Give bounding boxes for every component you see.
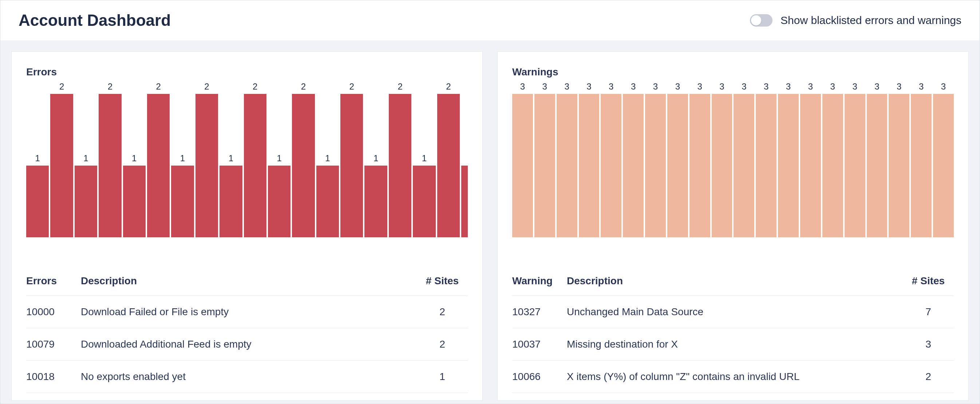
warnings-bar-fill <box>512 94 533 237</box>
warnings-bar[interactable]: 3 <box>667 81 688 237</box>
page-title: Account Dashboard <box>19 11 171 29</box>
errors-bar[interactable]: 2 <box>99 81 121 237</box>
errors-bar[interactable]: 1 <box>26 81 49 237</box>
page-header: Account Dashboard Show blacklisted error… <box>0 0 980 40</box>
errors-row-desc: Downloaded Additional Feed is empty <box>81 339 417 350</box>
warnings-bar[interactable]: 3 <box>800 81 821 237</box>
warnings-panel: Warnings 33333333333333333333 Warning De… <box>497 51 969 401</box>
warnings-table-row[interactable]: 10327Unchanged Main Data Source7 <box>512 296 954 328</box>
errors-bar-label: 2 <box>50 81 73 94</box>
warnings-row-sites: 3 <box>903 339 954 350</box>
warnings-row-desc: Unchanged Main Data Source <box>567 306 903 318</box>
errors-table-row[interactable]: 10018No exports enabled yet1 <box>26 361 468 393</box>
warnings-bar[interactable]: 3 <box>845 81 865 237</box>
warnings-bar-fill <box>933 94 954 237</box>
blacklist-toggle[interactable] <box>750 14 773 27</box>
errors-table-row[interactable]: 10000Download Failed or File is empty2 <box>26 296 468 328</box>
errors-bar[interactable]: 2 <box>292 81 315 237</box>
blacklist-toggle-wrap: Show blacklisted errors and warnings <box>750 14 961 27</box>
warnings-bar[interactable]: 3 <box>535 81 555 237</box>
errors-bar[interactable]: 1 <box>413 81 435 237</box>
warnings-bar[interactable]: 3 <box>712 81 732 237</box>
errors-bar-fill <box>123 165 146 237</box>
errors-bar[interactable]: 2 <box>389 81 411 237</box>
warnings-row-desc: Missing destination for X <box>567 339 903 350</box>
errors-bar-fill <box>268 165 291 237</box>
warnings-bar[interactable]: 3 <box>867 81 888 237</box>
warnings-bar-label: 3 <box>512 81 533 94</box>
errors-bar-fill <box>26 165 49 237</box>
warnings-bar-fill <box>601 94 621 237</box>
warnings-bar-label: 3 <box>778 81 799 94</box>
warnings-bar[interactable]: 3 <box>689 81 710 237</box>
warnings-bar[interactable]: 3 <box>778 81 799 237</box>
warnings-bar-label: 3 <box>733 81 754 94</box>
warnings-bar[interactable]: 3 <box>889 81 909 237</box>
warnings-bar-label: 3 <box>800 81 821 94</box>
warnings-bar-fill <box>733 94 754 237</box>
warnings-bar-label: 3 <box>867 81 888 94</box>
warnings-bar[interactable]: 3 <box>601 81 621 237</box>
errors-panel: Errors 121212121212121212 Errors Descrip… <box>11 51 483 401</box>
warnings-bar-label: 3 <box>623 81 644 94</box>
warnings-bar[interactable]: 3 <box>733 81 754 237</box>
warnings-col-desc-header: Description <box>567 275 903 287</box>
errors-bar-fill <box>50 94 73 237</box>
errors-bar-fill <box>292 94 315 237</box>
warnings-bar-fill <box>689 94 710 237</box>
errors-bar[interactable]: 2 <box>244 81 266 237</box>
warnings-table-row[interactable]: 10037Missing destination for X3 <box>512 328 954 361</box>
errors-bar[interactable]: 1 <box>364 81 387 237</box>
errors-row-sites: 2 <box>417 306 468 318</box>
errors-table-row[interactable]: 10079Downloaded Additional Feed is empty… <box>26 328 468 361</box>
errors-bar[interactable]: 2 <box>437 81 460 237</box>
warnings-bar[interactable]: 3 <box>623 81 644 237</box>
warnings-bar[interactable]: 3 <box>512 81 533 237</box>
errors-bar-label: 1 <box>364 153 387 165</box>
errors-bar[interactable]: 2 <box>196 81 218 237</box>
errors-bar-label: 2 <box>147 81 170 94</box>
warnings-bar-label: 3 <box>822 81 843 94</box>
errors-bar-fill <box>461 165 468 237</box>
errors-bar-label: 2 <box>99 81 121 94</box>
errors-bar[interactable]: 2 <box>50 81 73 237</box>
warnings-bar[interactable]: 3 <box>756 81 776 237</box>
errors-bar[interactable]: 1 <box>171 81 194 237</box>
errors-bar[interactable]: 1 <box>268 81 291 237</box>
warnings-bar[interactable]: 3 <box>579 81 600 237</box>
warnings-bar[interactable]: 3 <box>911 81 932 237</box>
warnings-bar-label: 3 <box>645 81 666 94</box>
errors-bar[interactable]: 2 <box>147 81 170 237</box>
errors-bar-fill <box>220 165 242 237</box>
errors-bar[interactable]: 1 <box>123 81 146 237</box>
errors-bar[interactable]: 1 <box>317 81 339 237</box>
errors-bar-fill <box>147 94 170 237</box>
errors-bar[interactable]: 1 <box>75 81 97 237</box>
errors-row-code: 10018 <box>26 371 81 383</box>
errors-bar-fill <box>389 94 411 237</box>
warnings-bar-label: 3 <box>667 81 688 94</box>
warnings-bar[interactable]: 3 <box>933 81 954 237</box>
warnings-bar-fill <box>535 94 555 237</box>
warnings-bar-fill <box>889 94 909 237</box>
errors-bar[interactable] <box>461 81 468 237</box>
errors-row-sites: 2 <box>417 339 468 350</box>
warnings-bar-label: 3 <box>579 81 600 94</box>
errors-row-sites: 1 <box>417 371 468 383</box>
errors-bar[interactable]: 2 <box>340 81 363 237</box>
warnings-bar[interactable]: 3 <box>645 81 666 237</box>
errors-bar[interactable]: 1 <box>220 81 242 237</box>
warnings-table: Warning Description # Sites 10327Unchang… <box>512 266 954 393</box>
warnings-bar[interactable]: 3 <box>822 81 843 237</box>
warnings-bar[interactable]: 3 <box>557 81 578 237</box>
warnings-bar-label: 3 <box>712 81 732 94</box>
warnings-chart: 33333333333333333333 <box>512 81 954 237</box>
warnings-row-code: 10327 <box>512 306 567 318</box>
warnings-table-row[interactable]: 10066X items (Y%) of column "Z" contains… <box>512 361 954 393</box>
warnings-bar-fill <box>756 94 776 237</box>
errors-bar-label: 1 <box>75 153 97 165</box>
errors-bar-fill <box>317 165 339 237</box>
warnings-bar-label: 3 <box>535 81 555 94</box>
warnings-bar-label: 3 <box>845 81 865 94</box>
errors-table: Errors Description # Sites 10000Download… <box>26 266 468 393</box>
